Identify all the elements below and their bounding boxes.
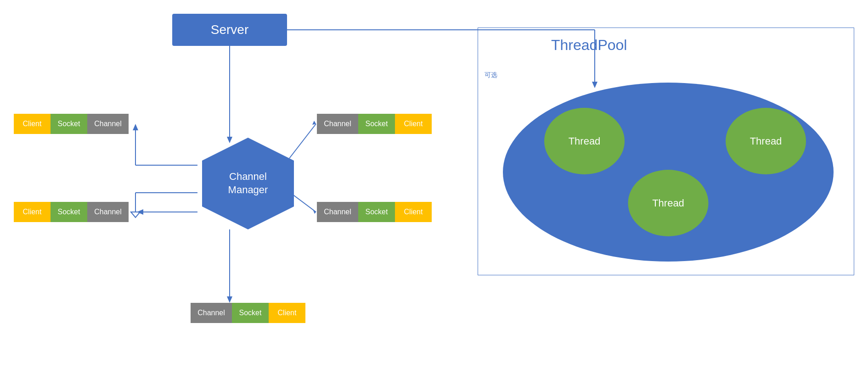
thread-circle-2: Thread	[726, 108, 806, 174]
thread-circle-3: Thread	[628, 170, 709, 236]
group-top-right-channel: Channel	[317, 114, 358, 134]
svg-marker-10	[227, 296, 232, 303]
thread-label-2: Thread	[750, 135, 782, 147]
group-bottom-socket: Socket	[232, 303, 269, 323]
group-top-right-socket: Socket	[358, 114, 395, 134]
channel-manager-hexagon: Channel Manager	[202, 138, 294, 229]
server-label: Server	[211, 22, 248, 37]
group-bottom-channel: Channel	[191, 303, 232, 323]
svg-marker-6	[312, 121, 316, 125]
group-left-top: Client Socket Channel	[14, 114, 129, 134]
thread-circle-1: Thread	[544, 108, 625, 174]
svg-marker-18	[137, 209, 143, 215]
group-top-right-client: Client	[395, 114, 432, 134]
diagram-container: Server Channel Manager Channel Socket Cl…	[0, 0, 868, 379]
svg-marker-13	[133, 124, 138, 130]
group-left-top-socket: Socket	[51, 114, 87, 134]
svg-marker-16	[131, 212, 140, 217]
group-bottom-client: Client	[269, 303, 305, 323]
optional-label: 可选	[485, 71, 497, 79]
group-mid-right-socket: Socket	[358, 202, 395, 222]
thread-label-1: Thread	[569, 135, 601, 147]
hexagon-container: Channel Manager	[197, 138, 299, 229]
svg-marker-8	[313, 209, 316, 214]
channel-manager-line2: Manager	[228, 184, 268, 197]
group-mid-right-client: Client	[395, 202, 432, 222]
group-left-bottom-socket: Socket	[51, 202, 87, 222]
thread-label-3: Thread	[652, 197, 684, 209]
channel-manager-line1: Channel	[229, 170, 267, 184]
group-left-top-client: Client	[14, 114, 51, 134]
group-top-right: Channel Socket Client	[317, 114, 432, 134]
group-left-top-channel: Channel	[87, 114, 129, 134]
server-box: Server	[172, 14, 287, 46]
threadpool-title: ThreadPool	[551, 37, 627, 54]
group-left-bottom-channel: Channel	[87, 202, 129, 222]
group-mid-right: Channel Socket Client	[317, 202, 432, 222]
group-mid-right-channel: Channel	[317, 202, 358, 222]
threadpool-ellipse: Thread Thread Thread	[503, 83, 834, 262]
group-left-bottom: Client Socket Channel	[14, 202, 129, 222]
group-bottom-center: Channel Socket Client	[191, 303, 305, 323]
group-left-bottom-client: Client	[14, 202, 51, 222]
